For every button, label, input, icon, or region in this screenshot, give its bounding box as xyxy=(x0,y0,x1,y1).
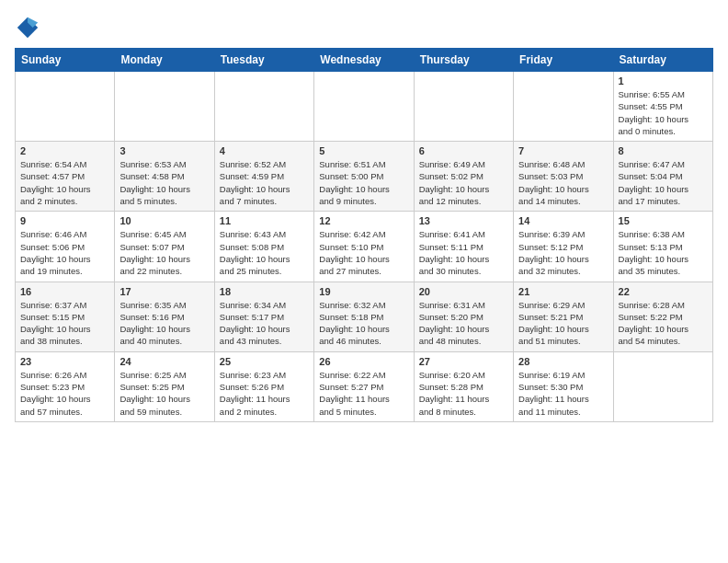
day-number: 25 xyxy=(220,356,309,367)
day-number: 9 xyxy=(20,215,109,226)
calendar-cell: 28Sunrise: 6:19 AM Sunset: 5:30 PM Dayli… xyxy=(514,351,613,421)
calendar-cell: 14Sunrise: 6:39 AM Sunset: 5:12 PM Dayli… xyxy=(514,212,613,282)
calendar-week-row: 23Sunrise: 6:26 AM Sunset: 5:23 PM Dayli… xyxy=(16,351,713,421)
day-number: 16 xyxy=(20,286,109,297)
calendar-cell: 27Sunrise: 6:20 AM Sunset: 5:28 PM Dayli… xyxy=(414,351,513,421)
day-info: Sunrise: 6:26 AM Sunset: 5:23 PM Dayligh… xyxy=(20,369,109,418)
day-info: Sunrise: 6:48 AM Sunset: 5:03 PM Dayligh… xyxy=(518,158,608,207)
day-info: Sunrise: 6:53 AM Sunset: 4:58 PM Dayligh… xyxy=(119,158,209,207)
day-info: Sunrise: 6:43 AM Sunset: 5:08 PM Dayligh… xyxy=(220,228,309,277)
calendar-cell: 2Sunrise: 6:54 AM Sunset: 4:57 PM Daylig… xyxy=(16,142,115,212)
day-number: 15 xyxy=(619,215,708,226)
day-info: Sunrise: 6:32 AM Sunset: 5:18 PM Dayligh… xyxy=(319,299,408,348)
calendar-cell: 6Sunrise: 6:49 AM Sunset: 5:02 PM Daylig… xyxy=(414,142,513,212)
day-info: Sunrise: 6:46 AM Sunset: 5:06 PM Dayligh… xyxy=(20,228,109,277)
calendar-cell: 5Sunrise: 6:51 AM Sunset: 5:00 PM Daylig… xyxy=(314,142,414,212)
calendar-cell: 16Sunrise: 6:37 AM Sunset: 5:15 PM Dayli… xyxy=(16,282,115,351)
day-info: Sunrise: 6:35 AM Sunset: 5:16 PM Dayligh… xyxy=(119,299,209,348)
calendar-cell: 13Sunrise: 6:41 AM Sunset: 5:11 PM Dayli… xyxy=(414,212,513,282)
day-number: 3 xyxy=(119,145,209,156)
day-number: 4 xyxy=(220,145,309,156)
day-info: Sunrise: 6:54 AM Sunset: 4:57 PM Dayligh… xyxy=(20,158,109,207)
calendar-week-row: 2Sunrise: 6:54 AM Sunset: 4:57 PM Daylig… xyxy=(16,142,713,212)
calendar-cell: 3Sunrise: 6:53 AM Sunset: 4:58 PM Daylig… xyxy=(115,142,214,212)
day-info: Sunrise: 6:41 AM Sunset: 5:11 PM Dayligh… xyxy=(419,228,508,277)
day-info: Sunrise: 6:45 AM Sunset: 5:07 PM Dayligh… xyxy=(119,228,209,277)
calendar-cell xyxy=(613,351,712,421)
day-number: 6 xyxy=(419,145,508,156)
day-number: 18 xyxy=(220,286,309,297)
day-of-week-header: Monday xyxy=(115,49,214,72)
calendar-cell xyxy=(16,72,115,142)
day-info: Sunrise: 6:23 AM Sunset: 5:26 PM Dayligh… xyxy=(220,369,309,418)
day-number: 11 xyxy=(220,215,309,226)
calendar-cell xyxy=(314,72,414,142)
day-number: 26 xyxy=(319,356,408,367)
day-number: 8 xyxy=(619,145,708,156)
page-header xyxy=(15,15,713,40)
calendar-cell: 12Sunrise: 6:42 AM Sunset: 5:10 PM Dayli… xyxy=(314,212,414,282)
calendar-cell: 22Sunrise: 6:28 AM Sunset: 5:22 PM Dayli… xyxy=(613,282,712,351)
day-number: 10 xyxy=(119,215,209,226)
day-of-week-header: Sunday xyxy=(16,49,115,72)
calendar-cell: 17Sunrise: 6:35 AM Sunset: 5:16 PM Dayli… xyxy=(115,282,214,351)
day-number: 12 xyxy=(319,215,408,226)
day-number: 1 xyxy=(619,75,708,86)
day-info: Sunrise: 6:28 AM Sunset: 5:22 PM Dayligh… xyxy=(619,299,708,348)
day-of-week-header: Tuesday xyxy=(214,49,313,72)
day-info: Sunrise: 6:49 AM Sunset: 5:02 PM Dayligh… xyxy=(419,158,508,207)
day-info: Sunrise: 6:25 AM Sunset: 5:25 PM Dayligh… xyxy=(119,369,209,418)
calendar-week-row: 9Sunrise: 6:46 AM Sunset: 5:06 PM Daylig… xyxy=(16,212,713,282)
calendar-week-row: 16Sunrise: 6:37 AM Sunset: 5:15 PM Dayli… xyxy=(16,282,713,351)
logo xyxy=(15,15,44,40)
calendar-table: SundayMondayTuesdayWednesdayThursdayFrid… xyxy=(15,48,713,422)
calendar-cell: 1Sunrise: 6:55 AM Sunset: 4:55 PM Daylig… xyxy=(613,72,712,142)
day-number: 27 xyxy=(419,356,508,367)
calendar-week-row: 1Sunrise: 6:55 AM Sunset: 4:55 PM Daylig… xyxy=(16,72,713,142)
calendar-cell: 4Sunrise: 6:52 AM Sunset: 4:59 PM Daylig… xyxy=(214,142,313,212)
day-number: 22 xyxy=(619,286,708,297)
day-info: Sunrise: 6:34 AM Sunset: 5:17 PM Dayligh… xyxy=(220,299,309,348)
logo-icon xyxy=(15,15,40,40)
day-number: 14 xyxy=(518,215,608,226)
day-number: 19 xyxy=(319,286,408,297)
day-number: 23 xyxy=(20,356,109,367)
day-number: 17 xyxy=(119,286,209,297)
day-info: Sunrise: 6:38 AM Sunset: 5:13 PM Dayligh… xyxy=(619,228,708,277)
day-info: Sunrise: 6:22 AM Sunset: 5:27 PM Dayligh… xyxy=(319,369,408,418)
day-of-week-header: Saturday xyxy=(613,49,712,72)
day-info: Sunrise: 6:51 AM Sunset: 5:00 PM Dayligh… xyxy=(319,158,408,207)
day-of-week-header: Thursday xyxy=(414,49,513,72)
calendar-cell: 25Sunrise: 6:23 AM Sunset: 5:26 PM Dayli… xyxy=(214,351,313,421)
calendar-cell: 24Sunrise: 6:25 AM Sunset: 5:25 PM Dayli… xyxy=(115,351,214,421)
day-number: 28 xyxy=(518,356,608,367)
calendar-cell: 20Sunrise: 6:31 AM Sunset: 5:20 PM Dayli… xyxy=(414,282,513,351)
day-of-week-header: Wednesday xyxy=(314,49,414,72)
calendar-header-row: SundayMondayTuesdayWednesdayThursdayFrid… xyxy=(16,49,713,72)
day-info: Sunrise: 6:52 AM Sunset: 4:59 PM Dayligh… xyxy=(220,158,309,207)
day-number: 2 xyxy=(20,145,109,156)
calendar-cell xyxy=(214,72,313,142)
calendar-cell: 10Sunrise: 6:45 AM Sunset: 5:07 PM Dayli… xyxy=(115,212,214,282)
day-number: 21 xyxy=(518,286,608,297)
calendar-cell: 21Sunrise: 6:29 AM Sunset: 5:21 PM Dayli… xyxy=(514,282,613,351)
calendar-cell xyxy=(414,72,513,142)
day-number: 7 xyxy=(518,145,608,156)
day-info: Sunrise: 6:47 AM Sunset: 5:04 PM Dayligh… xyxy=(619,158,708,207)
calendar-cell: 26Sunrise: 6:22 AM Sunset: 5:27 PM Dayli… xyxy=(314,351,414,421)
day-info: Sunrise: 6:29 AM Sunset: 5:21 PM Dayligh… xyxy=(518,299,608,348)
calendar-cell xyxy=(514,72,613,142)
day-number: 5 xyxy=(319,145,408,156)
day-info: Sunrise: 6:55 AM Sunset: 4:55 PM Dayligh… xyxy=(619,88,708,137)
calendar-cell xyxy=(115,72,214,142)
day-number: 20 xyxy=(419,286,508,297)
day-of-week-header: Friday xyxy=(514,49,613,72)
day-info: Sunrise: 6:37 AM Sunset: 5:15 PM Dayligh… xyxy=(20,299,109,348)
calendar-cell: 7Sunrise: 6:48 AM Sunset: 5:03 PM Daylig… xyxy=(514,142,613,212)
day-number: 24 xyxy=(119,356,209,367)
day-info: Sunrise: 6:31 AM Sunset: 5:20 PM Dayligh… xyxy=(419,299,508,348)
day-info: Sunrise: 6:20 AM Sunset: 5:28 PM Dayligh… xyxy=(419,369,508,418)
calendar-cell: 9Sunrise: 6:46 AM Sunset: 5:06 PM Daylig… xyxy=(16,212,115,282)
calendar-cell: 23Sunrise: 6:26 AM Sunset: 5:23 PM Dayli… xyxy=(16,351,115,421)
day-info: Sunrise: 6:42 AM Sunset: 5:10 PM Dayligh… xyxy=(319,228,408,277)
